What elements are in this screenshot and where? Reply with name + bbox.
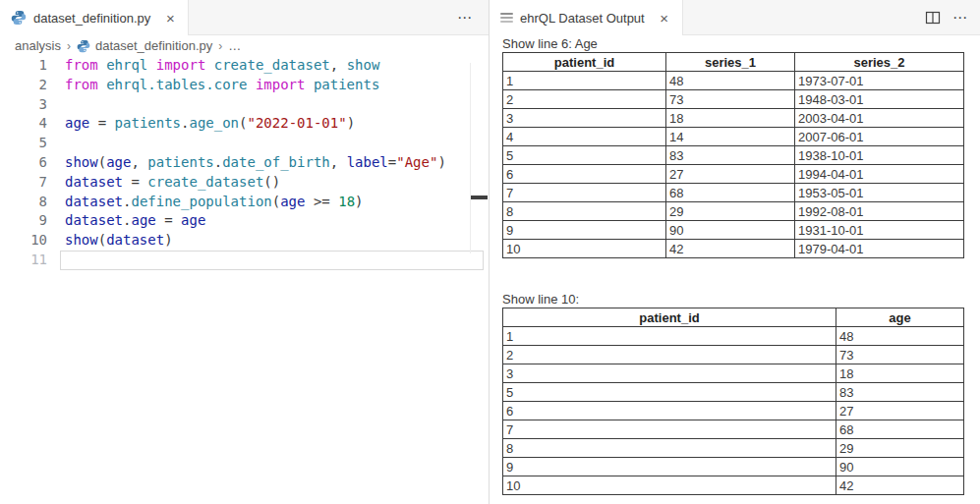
table-cell: 2007-06-01 bbox=[795, 128, 964, 146]
breadcrumb-item-folder[interactable]: analysis bbox=[15, 38, 61, 53]
table-cell: 1938-10-01 bbox=[795, 146, 964, 165]
table-cell: 29 bbox=[666, 202, 795, 221]
code-token: ) bbox=[347, 115, 355, 131]
code-token: 18 bbox=[338, 194, 355, 209]
code-token: date_of_birth bbox=[222, 154, 330, 170]
code-token: dataset bbox=[65, 212, 123, 228]
breadcrumb-item-symbols[interactable]: … bbox=[228, 38, 241, 53]
column-header-patient_id: patient_id bbox=[503, 308, 836, 327]
close-icon[interactable]: × bbox=[161, 9, 179, 27]
table-row: 2731948-03-01 bbox=[503, 90, 964, 109]
output-table: patient_idseries_1series_21481973-07-012… bbox=[502, 52, 964, 258]
table-cell: 68 bbox=[666, 184, 795, 202]
output-preview-icon bbox=[500, 13, 513, 23]
code-line-8[interactable]: dataset.define_population(age >= 18) bbox=[65, 193, 446, 212]
table-cell: 1994-04-01 bbox=[795, 165, 964, 184]
table-cell: 18 bbox=[836, 364, 964, 383]
code-token: ) bbox=[164, 232, 172, 248]
editor-gutter[interactable]: 1234567891011 bbox=[0, 56, 47, 270]
code-line-6[interactable]: show(age, patients.date_of_birth, label=… bbox=[65, 153, 446, 173]
editor-group-sash[interactable] bbox=[489, 0, 490, 504]
code-token: >= bbox=[305, 194, 338, 209]
output-heading: Show line 10: bbox=[502, 292, 980, 307]
table-header-row: patient_idseries_1series_2 bbox=[503, 53, 964, 72]
code-token: patients bbox=[314, 77, 379, 92]
more-actions-icon[interactable]: ⋯ bbox=[952, 10, 968, 25]
code-token: ( bbox=[98, 154, 106, 170]
code-line-1[interactable]: from ehrql import create_dataset, show bbox=[65, 56, 446, 76]
code-line-10[interactable]: show(dataset) bbox=[65, 231, 446, 251]
code-token: create_dataset bbox=[147, 174, 263, 190]
table-cell: 29 bbox=[836, 439, 964, 458]
code-token: , bbox=[131, 154, 147, 170]
breadcrumb-item-file[interactable]: dataset_definition.py bbox=[77, 38, 212, 53]
table-cell: 8 bbox=[503, 439, 836, 458]
code-line-11[interactable] bbox=[65, 251, 446, 270]
line-number-8: 8 bbox=[0, 193, 47, 212]
code-token: define_population bbox=[131, 194, 271, 209]
overview-ruler[interactable] bbox=[471, 56, 489, 504]
code-line-9[interactable]: dataset.age = age bbox=[65, 211, 446, 231]
table-header-row: patient_idage bbox=[503, 308, 964, 327]
code-line-4[interactable]: age = patients.age_on("2022-01-01") bbox=[65, 114, 446, 134]
python-file-icon bbox=[77, 39, 90, 53]
code-token: , bbox=[330, 154, 347, 170]
table-cell: 83 bbox=[666, 146, 795, 165]
code-content[interactable]: from ehrql import create_dataset, showfr… bbox=[65, 56, 446, 270]
code-token: create_dataset bbox=[214, 57, 330, 73]
table-cell: 14 bbox=[666, 128, 795, 146]
code-token: dataset bbox=[65, 194, 123, 209]
table-row: 9901931-10-01 bbox=[503, 221, 964, 240]
code-token: patients bbox=[115, 115, 181, 131]
table-row: 5831938-10-01 bbox=[503, 146, 964, 165]
table-row: 3182003-04-01 bbox=[503, 109, 964, 128]
code-token: label bbox=[347, 154, 388, 170]
close-icon[interactable]: × bbox=[656, 9, 673, 27]
table-row: 10421979-04-01 bbox=[503, 240, 964, 258]
code-line-2[interactable]: from ehrql.tables.core import patients bbox=[65, 76, 446, 95]
code-token: age bbox=[181, 212, 205, 228]
table-cell: 3 bbox=[503, 109, 666, 128]
table-cell: 42 bbox=[836, 476, 964, 495]
tab-ehrql-dataset-output[interactable]: ehrQL Dataset Output × bbox=[490, 0, 683, 35]
code-token: patients bbox=[147, 154, 213, 170]
code-token: = bbox=[388, 154, 396, 170]
table-cell: 1948-03-01 bbox=[795, 90, 964, 109]
table-row: 627 bbox=[503, 402, 964, 420]
code-token: . bbox=[214, 154, 222, 170]
column-header-patient_id: patient_id bbox=[503, 53, 666, 72]
table-cell: 4 bbox=[503, 128, 666, 146]
table-cell: 1992-08-01 bbox=[795, 202, 964, 221]
code-line-5[interactable] bbox=[65, 134, 446, 153]
table-cell: 42 bbox=[666, 240, 795, 258]
table-cell: 73 bbox=[836, 346, 964, 364]
vscode-window: dataset_definition.py × ⋯ analysis › dat… bbox=[0, 0, 980, 504]
table-cell: 73 bbox=[666, 90, 795, 109]
line-number-5: 5 bbox=[0, 134, 47, 153]
breadcrumb-file-label: dataset_definition.py bbox=[95, 38, 212, 53]
code-editor[interactable]: 1234567891011 from ehrql import create_d… bbox=[0, 56, 489, 504]
code-token: dataset bbox=[106, 232, 164, 248]
code-line-3[interactable] bbox=[65, 95, 446, 115]
table-row: 273 bbox=[503, 346, 964, 364]
code-token bbox=[147, 57, 155, 73]
table-row: 318 bbox=[503, 364, 964, 383]
tab-dataset-definition[interactable]: dataset_definition.py × bbox=[0, 0, 189, 35]
line-number-1: 1 bbox=[0, 56, 47, 76]
line-number-6: 6 bbox=[0, 153, 47, 173]
table-cell: 48 bbox=[666, 72, 795, 90]
more-actions-icon[interactable]: ⋯ bbox=[457, 10, 473, 25]
breadcrumb: analysis › dataset_definition.py › … bbox=[0, 35, 489, 56]
table-cell: 1 bbox=[503, 327, 836, 346]
table-cell: 1931-10-01 bbox=[795, 221, 964, 240]
code-token: ehrql.tables.core bbox=[106, 77, 247, 92]
table-cell: 48 bbox=[836, 327, 964, 346]
code-token bbox=[98, 77, 106, 92]
code-line-7[interactable]: dataset = create_dataset() bbox=[65, 173, 446, 193]
split-editor-icon[interactable] bbox=[925, 10, 941, 26]
table-cell: 1 bbox=[503, 72, 666, 90]
table-cell: 5 bbox=[503, 146, 666, 165]
line-number-7: 7 bbox=[0, 173, 47, 193]
column-header-series_2: series_2 bbox=[795, 53, 964, 72]
table-cell: 1953-05-01 bbox=[795, 184, 964, 202]
